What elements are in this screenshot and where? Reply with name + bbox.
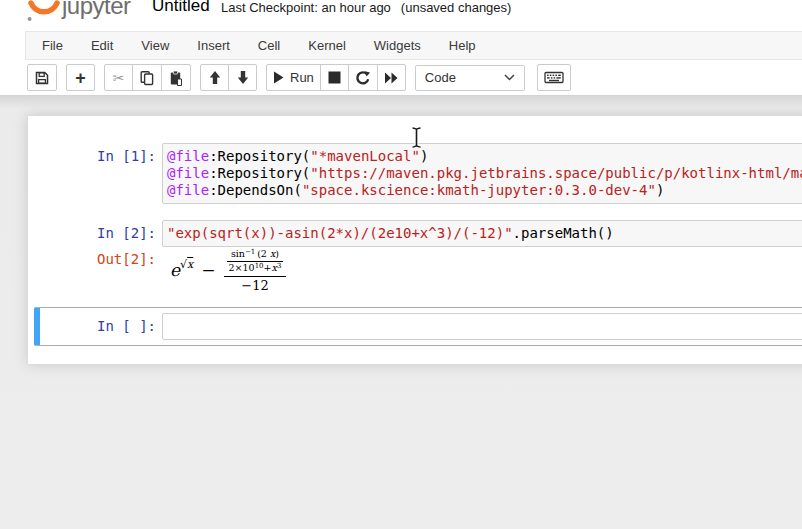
output-prompt: Out[2]: [40,251,162,268]
checkpoint-text: Last Checkpoint: an hour ago [221,0,391,15]
menu-item-kernel[interactable]: Kernel [294,32,360,59]
jupyter-logo-icon[interactable] [27,0,61,22]
sqrt-arg: x [187,258,193,271]
insert-cell-button[interactable]: + [66,64,95,91]
cell-type-dropdown[interactable]: Code [415,65,525,91]
jupyter-logo-text[interactable]: jupyter [62,0,131,20]
sin-label: sin [231,248,245,259]
restart-icon [355,70,371,86]
copy-cell-button[interactable] [132,64,162,91]
paste-cell-button[interactable] [161,64,191,91]
menu-item-file[interactable]: File [28,32,77,59]
arg-close: ) [275,248,279,259]
cut-cell-button[interactable]: ✂ [104,64,133,91]
math-output: e√x − sin−1 (2 x) 2×1010+x3 −12 [170,246,286,294]
arrow-down-icon [236,70,250,85]
cell-output: Out[2]: e√x − sin−1 (2 x) 2×1010+x3 [40,251,802,297]
code-input-area[interactable] [162,313,802,340]
run-button[interactable]: Run [266,64,321,91]
code-line: @file:DependsOn("space.kscience:kmath-ju… [167,182,802,199]
run-button-label: Run [290,70,314,85]
menu-item-view[interactable]: View [127,32,183,59]
math-base: e [170,260,180,280]
scissors-icon: ✂ [113,70,125,86]
sin-exponent: −1 [245,248,255,256]
menu-item-insert[interactable]: Insert [183,32,244,59]
den-lead: 2×10 [229,262,255,273]
menu-item-help[interactable]: Help [435,32,490,59]
checkpoint-status: Last Checkpoint: an hour ago(unsaved cha… [221,0,511,15]
code-line: @file:Repository("*mavenLocal") [167,148,802,165]
keyboard-icon [544,70,564,85]
notebook-container: In [1]: @file:Repository("*mavenLocal")@… [28,116,802,364]
unsaved-changes-text: (unsaved changes) [401,0,512,15]
chevron-down-icon [504,74,515,81]
interrupt-kernel-button[interactable] [320,64,349,91]
toolbar: + ✂ [0,60,802,96]
minus-sign: − [201,260,215,280]
code-input-area[interactable]: @file:Repository("*mavenLocal")@file:Rep… [162,143,802,204]
notebook-header: jupyter Untitled Last Checkpoint: an hou… [0,0,802,31]
den-exponent: 10 [255,262,264,270]
notebook-scroll-area: In [1]: @file:Repository("*mavenLocal")@… [0,96,802,529]
menubar: FileEditViewInsertCellKernelWidgetsHelp [25,31,802,60]
den-plus: + [264,262,272,273]
paste-icon [168,70,184,86]
run-icon [273,71,284,84]
code-line: "exp(sqrt(x))-asin(2*x)/(2e10+x^3)/(-12)… [167,225,802,242]
output-content: e√x − sin−1 (2 x) 2×1010+x3 −12 [162,251,802,294]
code-line: @file:Repository("https://maven.pkg.jetb… [167,165,802,182]
fast-forward-icon [384,72,399,84]
save-icon [34,70,50,86]
cell-type-value: Code [425,70,456,85]
den-x-exponent: 3 [277,262,281,270]
code-cell-1[interactable]: In [1]: @file:Repository("*mavenLocal")@… [34,137,802,210]
input-prompt: In [ ]: [40,313,162,335]
move-cell-down-button[interactable] [228,64,257,91]
input-prompt: In [2]: [40,220,162,242]
code-line [167,318,802,335]
menu-item-edit[interactable]: Edit [77,32,127,59]
move-cell-up-button[interactable] [200,64,229,91]
stop-icon [328,71,341,84]
outer-denominator: −12 [224,276,285,294]
code-cell-2[interactable]: In [2]: "exp(sqrt(x))-asin(2*x)/(2e10+x^… [34,214,802,303]
restart-kernel-button[interactable] [348,64,378,91]
notebook-title[interactable]: Untitled [152,0,210,16]
arrow-up-icon [208,70,222,85]
restart-run-all-button[interactable] [377,64,406,91]
input-prompt: In [1]: [40,143,162,165]
menu-item-widgets[interactable]: Widgets [360,32,435,59]
command-palette-button[interactable] [537,64,571,91]
arg-open: (2 [257,248,270,259]
code-cell-3-selected[interactable]: In [ ]: [34,307,802,346]
save-button[interactable] [27,64,57,91]
code-input-area[interactable]: "exp(sqrt(x))-asin(2*x)/(2e10+x^3)/(-12)… [162,220,802,247]
plus-icon: + [75,69,86,87]
copy-icon [139,70,155,86]
menu-item-cell[interactable]: Cell [244,32,294,59]
